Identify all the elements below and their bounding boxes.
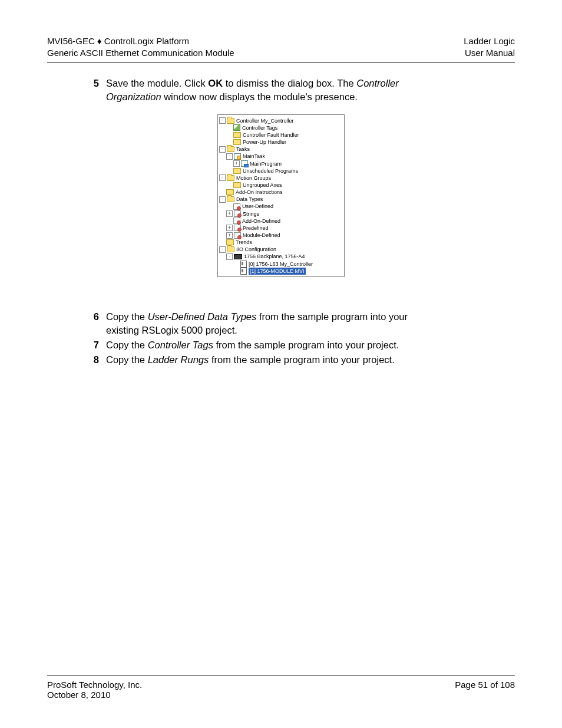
- folder-icon: [233, 132, 241, 138]
- tree-node-io-config[interactable]: -I/O Configuration: [219, 246, 343, 253]
- step-8: 8 Copy the Ladder Rungs from the sample …: [47, 353, 515, 367]
- tree-node-motion-groups[interactable]: -Motion Groups: [219, 174, 343, 182]
- footer-date: October 8, 2010: [47, 690, 142, 700]
- folder-icon: [226, 189, 234, 195]
- folder-open-icon: [227, 196, 234, 202]
- step-number: 8: [82, 353, 99, 367]
- tree-node-unscheduled[interactable]: Unscheduled Programs: [219, 167, 343, 174]
- tree-node-predefined[interactable]: +Predefined: [219, 225, 343, 232]
- footer-company: ProSoft Technology, Inc.: [47, 680, 142, 690]
- header-right-line1: Ladder Logic: [464, 35, 515, 47]
- tree-node-strings[interactable]: +Strings: [219, 210, 343, 218]
- step-5: 5 Save the module. Click OK to dismiss t…: [47, 77, 515, 104]
- folder-icon: [233, 182, 241, 188]
- task-icon: [234, 153, 241, 160]
- tree-node-slot0[interactable]: [0] 1756-L63 My_Controller: [219, 261, 343, 268]
- header-right-line2: User Manual: [464, 47, 515, 59]
- step-text: Copy the User-Defined Data Types from th…: [106, 310, 436, 337]
- folder-open-icon: [227, 246, 234, 252]
- collapse-icon[interactable]: -: [226, 253, 233, 260]
- step-text: Copy the Ladder Rungs from the sample pr…: [106, 353, 436, 367]
- tree-node-powerup[interactable]: Power-Up Handler: [219, 139, 343, 146]
- tree-node-controller-tags[interactable]: Controller Tags: [219, 124, 343, 131]
- step-text: Copy the Controller Tags from the sample…: [106, 338, 436, 352]
- header-left-line1: MVI56-GEC ♦ ControlLogix Platform: [47, 35, 234, 47]
- folder-icon: [226, 239, 234, 245]
- step-number: 5: [82, 77, 99, 104]
- footer-page: Page 51 of 108: [455, 680, 515, 700]
- tags-icon: [233, 124, 240, 131]
- step-7: 7 Copy the Controller Tags from the samp…: [47, 338, 515, 352]
- tree-node-ungrouped-axes[interactable]: Ungrouped Axes: [219, 182, 343, 189]
- header-left-line2: Generic ASCII Ethernet Communication Mod…: [47, 47, 234, 59]
- page-header: MVI56-GEC ♦ ControlLogix Platform Generi…: [47, 35, 515, 60]
- controller-organization-tree: -Controller My_Controller Controller Tag…: [217, 114, 345, 277]
- tree-node-addon-instructions[interactable]: Add-On Instructions: [219, 189, 343, 196]
- tree-node-slot1-selected[interactable]: [1] 1756-MODULE MVI: [219, 268, 343, 275]
- tree-node-tasks[interactable]: -Tasks: [219, 146, 343, 153]
- expand-icon[interactable]: +: [226, 232, 233, 239]
- collapse-icon[interactable]: -: [219, 196, 226, 203]
- tree-node-mainprogram[interactable]: +MainProgram: [219, 160, 343, 167]
- collapse-icon[interactable]: -: [219, 117, 226, 124]
- tree-node-fault-handler[interactable]: Controller Fault Handler: [219, 131, 343, 139]
- module-slot-icon: [240, 268, 247, 275]
- datatype-icon: [233, 218, 240, 224]
- collapse-icon[interactable]: -: [226, 153, 233, 160]
- page-footer: ProSoft Technology, Inc. October 8, 2010…: [47, 676, 515, 700]
- module-slot-icon: [240, 261, 247, 268]
- program-icon: [241, 160, 248, 167]
- step-6: 6 Copy the User-Defined Data Types from …: [47, 310, 515, 337]
- expand-icon[interactable]: +: [226, 225, 233, 231]
- collapse-icon[interactable]: -: [219, 246, 226, 253]
- tree-node-maintask[interactable]: -MainTask: [219, 153, 343, 160]
- tree-node-trends[interactable]: Trends: [219, 239, 343, 246]
- step-text: Save the module. Click OK to dismiss the…: [106, 77, 436, 104]
- tree-node-controller[interactable]: -Controller My_Controller: [219, 117, 343, 124]
- collapse-icon[interactable]: -: [219, 174, 226, 181]
- chassis-icon: [234, 254, 242, 259]
- tree-node-module-defined[interactable]: +Module-Defined: [219, 232, 343, 239]
- expand-icon[interactable]: +: [233, 160, 240, 167]
- collapse-icon[interactable]: -: [219, 146, 226, 153]
- tree-node-addon-defined[interactable]: Add-On-Defined: [219, 218, 343, 225]
- header-rule: [47, 62, 515, 62]
- folder-open-icon: [227, 175, 234, 181]
- datatype-icon: [233, 203, 240, 210]
- step-number: 7: [82, 338, 99, 352]
- datatype-icon: [234, 232, 241, 239]
- datatype-icon: [234, 210, 241, 217]
- tree-node-data-types[interactable]: -Data Types: [219, 196, 343, 203]
- datatype-icon: [234, 225, 241, 231]
- tree-node-backplane[interactable]: -1756 Backplane, 1756-A4: [219, 253, 343, 260]
- folder-open-icon: [227, 118, 234, 124]
- step-number: 6: [82, 310, 99, 337]
- ok-bold: OK: [208, 78, 223, 88]
- footer-rule: [47, 676, 515, 676]
- folder-icon: [233, 168, 241, 174]
- selected-module-label: [1] 1756-MODULE MVI: [249, 268, 306, 275]
- expand-icon[interactable]: +: [226, 210, 233, 217]
- tree-node-user-defined[interactable]: User-Defined: [219, 203, 343, 210]
- folder-open-icon: [227, 146, 234, 152]
- folder-icon: [233, 139, 241, 145]
